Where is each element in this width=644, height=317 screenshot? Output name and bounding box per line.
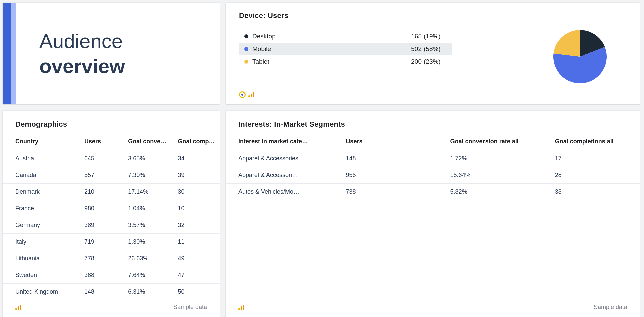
cell: 47: [178, 267, 220, 284]
analytics-bars-icon: [15, 305, 21, 310]
col-goal-completions[interactable]: Goal completions all: [555, 133, 640, 150]
cell: Denmark: [3, 184, 84, 200]
legend-value: 200: [402, 58, 422, 65]
cell: Sweden: [3, 267, 84, 284]
cell: 1.72%: [450, 150, 555, 167]
cell: 1.30%: [128, 234, 178, 250]
table-row[interactable]: Sweden3687.64%47: [3, 267, 220, 284]
legend-value: 165: [402, 33, 422, 40]
page-title-line1: Audience: [39, 29, 125, 54]
cell: United Kingdom: [3, 284, 84, 300]
cell: 719: [84, 234, 128, 250]
legend-dot-icon: [244, 60, 248, 64]
col-country[interactable]: Country: [3, 133, 84, 150]
pie-slice[interactable]: [554, 30, 580, 57]
sample-data-label: Sample data: [173, 304, 207, 311]
table-row[interactable]: United Kingdom1486.31%50: [3, 284, 220, 300]
legend-value: 502: [402, 45, 422, 53]
table-row[interactable]: France9801.04%10: [3, 200, 220, 217]
table-row[interactable]: Apparel & Accessori…95515.64%28: [226, 167, 640, 184]
cell: 10: [178, 200, 220, 217]
cell: 38: [555, 184, 640, 200]
cell: 955: [346, 167, 450, 184]
legend-row[interactable]: Tablet200(23%): [239, 55, 452, 68]
col-goal-conv-rate[interactable]: Goal conversion rate all: [450, 133, 555, 150]
cell: 1.04%: [128, 200, 178, 217]
cell: 17.14%: [128, 184, 178, 200]
legend-dot-icon: [244, 47, 248, 51]
legend-row[interactable]: Desktop165(19%): [239, 30, 452, 43]
legend-percent: (19%): [424, 33, 447, 40]
legend-percent: (58%): [424, 45, 447, 53]
analytics-bars-icon: [238, 305, 244, 310]
cell: Germany: [3, 217, 84, 234]
cell: 645: [84, 150, 128, 167]
legend-percent: (23%): [424, 58, 447, 65]
col-goal-conv[interactable]: Goal conve…: [128, 133, 178, 150]
sample-data-label: Sample data: [594, 304, 627, 311]
col-goal-compl[interactable]: Goal compl…: [178, 133, 220, 150]
col-users[interactable]: Users: [346, 133, 450, 150]
table-row[interactable]: Autos & Vehicles/Mo…7385.82%38: [226, 184, 640, 200]
interests-card: Interests: In-Market Segments Interest i…: [226, 111, 640, 317]
cell: 26.63%: [128, 250, 178, 267]
legend-label: Desktop: [252, 33, 402, 40]
cell: Italy: [3, 234, 84, 250]
cell: 15.64%: [450, 167, 555, 184]
accent-bar: [3, 3, 16, 104]
table-row[interactable]: Canada5577.30%39: [3, 167, 220, 184]
cell: 778: [84, 250, 128, 267]
demographics-table: Country Users Goal conve… Goal compl… Au…: [3, 133, 220, 300]
cell: 3.65%: [128, 150, 178, 167]
cell: Austria: [3, 150, 84, 167]
metric-selector-icon[interactable]: [239, 91, 246, 98]
cell: 32: [178, 217, 220, 234]
cell: 34: [178, 150, 220, 167]
device-pie-chart[interactable]: [553, 30, 607, 85]
cell: 210: [84, 184, 128, 200]
demographics-card: Demographics Country Users Goal conve… G…: [3, 111, 220, 317]
cell: 7.30%: [128, 167, 178, 184]
cell: 738: [346, 184, 450, 200]
page-title-line2: overview: [39, 54, 125, 79]
cell: Autos & Vehicles/Mo…: [226, 184, 346, 200]
cell: 28: [555, 167, 640, 184]
cell: Apparel & Accessori…: [226, 167, 346, 184]
table-row[interactable]: Germany3893.57%32: [3, 217, 220, 234]
cell: 30: [178, 184, 220, 200]
analytics-bars-icon: [248, 92, 254, 97]
cell: 11: [178, 234, 220, 250]
interests-title: Interests: In-Market Segments: [226, 120, 640, 129]
table-row[interactable]: Lithuania77826.63%49: [3, 250, 220, 267]
cell: 7.64%: [128, 267, 178, 284]
cell: 39: [178, 167, 220, 184]
cell: 17: [555, 150, 640, 167]
table-row[interactable]: Italy7191.30%11: [3, 234, 220, 250]
interests-table: Interest in market cate… Users Goal conv…: [226, 133, 640, 200]
title-card: Audience overview: [3, 3, 220, 104]
col-users[interactable]: Users: [84, 133, 128, 150]
cell: 368: [84, 267, 128, 284]
legend-label: Mobile: [252, 45, 402, 53]
col-interest[interactable]: Interest in market cate…: [226, 133, 346, 150]
cell: 6.31%: [128, 284, 178, 300]
legend-label: Tablet: [252, 58, 402, 65]
device-legend: Desktop165(19%)Mobile502(58%)Tablet200(2…: [239, 30, 452, 68]
table-row[interactable]: Austria6453.65%34: [3, 150, 220, 167]
legend-row[interactable]: Mobile502(58%): [239, 43, 452, 55]
table-row[interactable]: Apparel & Accessories1481.72%17: [226, 150, 640, 167]
cell: 557: [84, 167, 128, 184]
cell: Lithuania: [3, 250, 84, 267]
cell: 50: [178, 284, 220, 300]
cell: 5.82%: [450, 184, 555, 200]
cell: 148: [84, 284, 128, 300]
cell: 148: [346, 150, 450, 167]
demographics-title: Demographics: [3, 120, 220, 129]
device-users-card: Device: Users Desktop165(19%)Mobile502(5…: [226, 3, 640, 104]
table-row[interactable]: Denmark21017.14%30: [3, 184, 220, 200]
legend-dot-icon: [244, 34, 248, 38]
cell: Canada: [3, 167, 84, 184]
device-card-title: Device: Users: [239, 11, 627, 20]
cell: 49: [178, 250, 220, 267]
cell: 389: [84, 217, 128, 234]
